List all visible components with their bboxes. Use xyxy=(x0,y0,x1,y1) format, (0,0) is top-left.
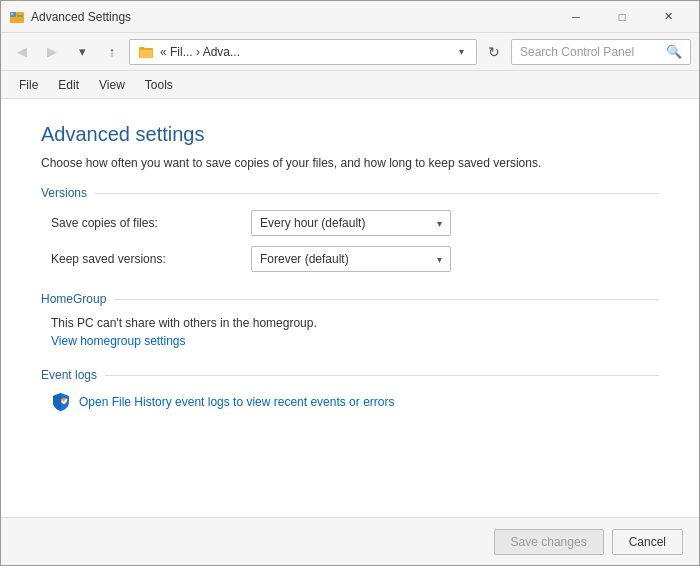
event-logs-divider xyxy=(105,375,659,376)
page-description: Choose how often you want to save copies… xyxy=(41,156,659,170)
versions-section: Versions Save copies of files: Every hou… xyxy=(41,186,659,272)
shield-icon xyxy=(51,392,71,412)
event-log-link[interactable]: Open File History event logs to view rec… xyxy=(79,395,394,409)
homegroup-content: This PC can't share with others in the h… xyxy=(41,316,659,348)
forward-button[interactable]: ▶ xyxy=(39,39,65,65)
event-logs-content: Open File History event logs to view rec… xyxy=(41,392,659,412)
maximize-button[interactable]: □ xyxy=(599,1,645,33)
address-dropdown-button[interactable]: ▾ xyxy=(455,46,468,57)
menu-view[interactable]: View xyxy=(89,71,135,99)
keep-versions-select[interactable]: Forever (default) ▾ xyxy=(251,246,451,272)
address-path: « Fil... › Adva... xyxy=(160,45,449,59)
forward-icon: ▶ xyxy=(47,44,57,59)
window: Advanced Settings ─ □ ✕ ◀ ▶ ▾ ↑ « Fil...… xyxy=(0,0,700,566)
save-copies-label: Save copies of files: xyxy=(51,216,251,230)
save-copies-select[interactable]: Every hour (default) ▾ xyxy=(251,210,451,236)
search-icon: 🔍 xyxy=(666,44,682,59)
back-button[interactable]: ◀ xyxy=(9,39,35,65)
event-logs-header: Event logs xyxy=(41,368,659,382)
address-bar: ◀ ▶ ▾ ↑ « Fil... › Adva... ▾ ↻ Search Co… xyxy=(1,33,699,71)
title-bar: Advanced Settings ─ □ ✕ xyxy=(1,1,699,33)
menu-edit[interactable]: Edit xyxy=(48,71,89,99)
keep-versions-value: Forever (default) xyxy=(260,252,429,266)
footer: Save changes Cancel xyxy=(1,517,699,565)
page-title: Advanced settings xyxy=(41,123,659,146)
svg-point-2 xyxy=(11,12,13,14)
window-controls: ─ □ ✕ xyxy=(553,1,691,33)
refresh-icon: ↻ xyxy=(488,44,500,60)
keep-versions-dropdown-icon: ▾ xyxy=(437,254,442,265)
minimize-button[interactable]: ─ xyxy=(553,1,599,33)
up-button[interactable]: ↑ xyxy=(99,39,125,65)
save-copies-dropdown-icon: ▾ xyxy=(437,218,442,229)
menu-bar: File Edit View Tools xyxy=(1,71,699,99)
versions-divider xyxy=(95,193,659,194)
homegroup-title: HomeGroup xyxy=(41,292,106,306)
dropdown-recent-icon: ▾ xyxy=(79,44,86,59)
window-icon xyxy=(9,9,25,25)
dropdown-recent-button[interactable]: ▾ xyxy=(69,39,95,65)
cancel-button[interactable]: Cancel xyxy=(612,529,683,555)
main-content: Advanced settings Choose how often you w… xyxy=(1,99,699,517)
homegroup-divider xyxy=(114,299,659,300)
menu-file[interactable]: File xyxy=(9,71,48,99)
keep-versions-label: Keep saved versions: xyxy=(51,252,251,266)
search-placeholder: Search Control Panel xyxy=(520,45,660,59)
event-log-row: Open File History event logs to view rec… xyxy=(51,392,649,412)
versions-title: Versions xyxy=(41,186,87,200)
homegroup-header: HomeGroup xyxy=(41,292,659,306)
back-icon: ◀ xyxy=(17,44,27,59)
save-copies-row: Save copies of files: Every hour (defaul… xyxy=(51,210,649,236)
versions-header: Versions xyxy=(41,186,659,200)
event-logs-title: Event logs xyxy=(41,368,97,382)
versions-content: Save copies of files: Every hour (defaul… xyxy=(41,210,659,272)
close-button[interactable]: ✕ xyxy=(645,1,691,33)
homegroup-link[interactable]: View homegroup settings xyxy=(51,334,186,348)
save-copies-value: Every hour (default) xyxy=(260,216,429,230)
up-icon: ↑ xyxy=(109,44,116,59)
address-field[interactable]: « Fil... › Adva... ▾ xyxy=(129,39,477,65)
window-title: Advanced Settings xyxy=(31,10,553,24)
event-logs-section: Event logs Open File History event logs … xyxy=(41,368,659,412)
menu-tools[interactable]: Tools xyxy=(135,71,183,99)
homegroup-section: HomeGroup This PC can't share with other… xyxy=(41,292,659,348)
refresh-button[interactable]: ↻ xyxy=(481,39,507,65)
keep-versions-row: Keep saved versions: Forever (default) ▾ xyxy=(51,246,649,272)
homegroup-text: This PC can't share with others in the h… xyxy=(51,316,649,330)
save-changes-button[interactable]: Save changes xyxy=(494,529,604,555)
folder-icon xyxy=(138,44,154,60)
search-field[interactable]: Search Control Panel 🔍 xyxy=(511,39,691,65)
